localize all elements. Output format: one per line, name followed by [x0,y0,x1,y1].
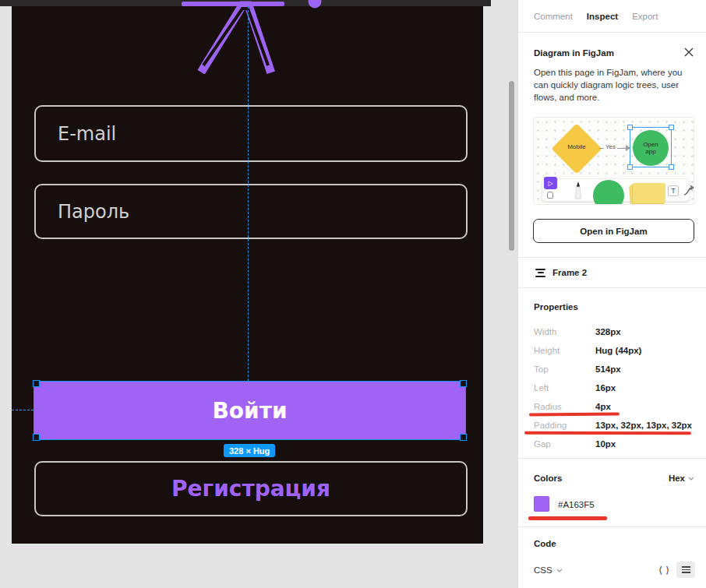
selection-handle [669,125,674,130]
email-input[interactable]: E-mail [34,105,468,162]
code-heading: Code [534,539,556,548]
login-button[interactable]: Войти [34,381,466,440]
property-label: Padding [534,421,567,430]
register-button[interactable]: Регистрация [34,461,468,516]
property-value[interactable]: 16px [595,383,616,393]
password-input[interactable]: Пароль [34,184,468,239]
property-value[interactable]: 13px, 32px, 13px, 32px [595,421,692,430]
canvas-scrollbar[interactable] [509,81,514,251]
sticky-note-icon [633,183,665,203]
property-value[interactable]: 4px [595,402,611,411]
password-placeholder: Пароль [58,201,129,223]
logo-icon [179,0,327,74]
selection-handle [627,164,633,170]
hand-tool-icon [547,192,553,199]
alignment-guide-vertical [248,6,249,381]
property-label: Radius [534,402,562,411]
code-brackets-icon[interactable]: ⟨ ⟩ [658,565,670,576]
tab-inspect[interactable]: Inspect [587,12,618,21]
selection-box [630,127,672,167]
diamond-label: Mobile [551,143,602,150]
inspect-panel: Comment Inspect Export Diagram in FigJam… [517,0,706,588]
selection-handle-top-left[interactable] [33,380,40,387]
figjam-card-description: Open this page in FigJam, where you can … [534,66,699,104]
color-hex-value[interactable]: #A163F5 [558,500,595,509]
tab-comment[interactable]: Comment [534,12,573,21]
color-format-dropdown[interactable]: Hex [669,474,694,483]
property-label: Height [534,346,560,355]
figjam-preview-image: Mobile Yes Open app ▷ [533,117,694,205]
text-tool-icon: T [668,185,679,196]
layer-name: Frame 2 [552,268,587,277]
figjam-toolbar: ▷ T [542,178,690,202]
property-label: Width [534,327,556,336]
edge-label: Yes [604,143,617,150]
property-label: Top [534,364,549,374]
property-row-height: Height Hug (44px) [518,346,706,358]
divider [518,458,706,459]
divider [518,32,706,33]
selection-handle-top-right[interactable] [460,380,467,387]
close-icon[interactable] [683,47,694,58]
panel-tabs: Comment Inspect Export [534,0,658,32]
email-placeholder: E-mail [58,123,116,145]
property-value[interactable]: Hug (44px) [595,346,641,355]
register-button-label: Регистрация [171,476,330,502]
property-row-left: Left 16px [518,383,706,396]
connector-tool-icon [683,185,694,197]
divider [518,287,706,288]
property-label: Gap [534,439,551,449]
annotation-underline-radius [529,413,620,417]
pen-tool-icon [574,181,583,200]
tab-export[interactable]: Export [632,12,658,21]
annotation-underline-padding [524,431,691,435]
selection-handle [627,125,633,130]
property-value[interactable]: 10px [595,439,616,449]
code-options-button[interactable] [676,562,695,578]
login-button-label: Войти [212,398,287,424]
colors-heading: Colors [534,474,562,483]
selection-handle-bottom-left[interactable] [33,434,40,441]
code-language-label: CSS [534,565,552,575]
chevron-down-icon [688,477,694,481]
property-value[interactable]: 328px [595,327,621,336]
open-in-figjam-button[interactable]: Open in FigJam [533,219,694,243]
annotation-underline-color [528,516,607,520]
selection-handle [669,164,674,170]
code-language-dropdown[interactable]: CSS [534,565,563,575]
auto-layout-icon [535,269,545,277]
selected-layer-row[interactable]: Frame 2 [518,258,706,287]
divider [518,526,706,527]
selection-handle-bottom-right[interactable] [460,434,467,441]
design-canvas[interactable]: E-mail Пароль Войти 328 × Hug Регистраци… [0,0,517,588]
property-label: Left [534,383,549,393]
color-format-label: Hex [669,474,685,483]
chevron-down-icon [556,569,563,572]
property-row-top: Top 514px [518,364,706,377]
properties-heading: Properties [534,302,578,312]
figjam-card-title: Diagram in FigJam [534,48,614,58]
figma-inspect-view: E-mail Пароль Войти 328 × Hug Регистраци… [0,0,706,588]
property-row-gap: Gap 10px [518,439,706,452]
property-row-width: Width 328px [518,327,706,340]
size-badge: 328 × Hug [224,444,275,457]
color-swatch[interactable] [534,496,549,512]
property-value[interactable]: 514px [595,364,621,374]
cursor-tool-icon: ▷ [544,177,557,189]
shape-tool-icon [593,180,624,205]
alignment-guide-horizontal [12,410,34,410]
